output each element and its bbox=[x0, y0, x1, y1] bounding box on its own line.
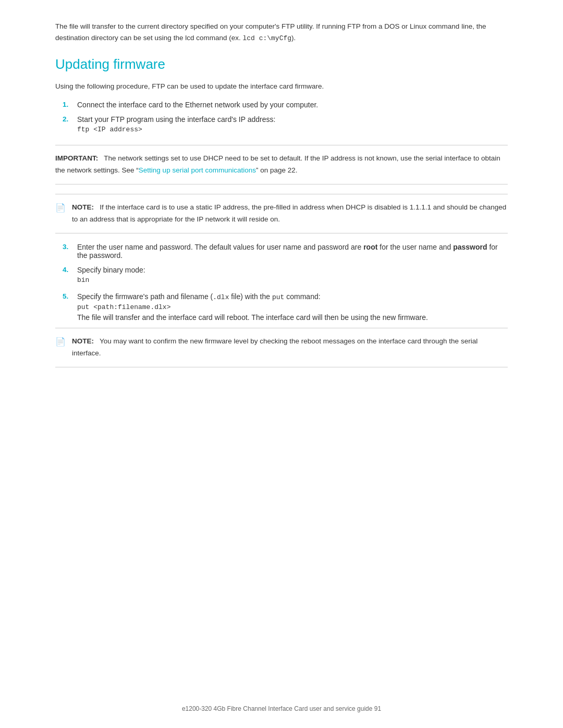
step-5-desc: The file will transfer and the interface… bbox=[77, 313, 428, 322]
footer: e1200-320 4Gb Fibre Channel Interface Ca… bbox=[0, 705, 563, 712]
step-1-number: 1. bbox=[63, 101, 77, 108]
important-box: IMPORTANT: The network settings set to u… bbox=[55, 145, 508, 184]
intro-paragraph: The file will transfer to the current di… bbox=[55, 21, 508, 44]
step-4-content: Specify binary mode: bin bbox=[77, 266, 508, 286]
step-1-content: Connect the interface card to the Ethern… bbox=[77, 101, 508, 109]
step-3-bold-password: password bbox=[453, 243, 487, 251]
step-2-code: ftp <IP address> bbox=[77, 126, 508, 133]
footer-text: e1200-320 4Gb Fibre Channel Interface Ca… bbox=[182, 705, 381, 712]
step-2-number: 2. bbox=[63, 115, 77, 123]
step-1: 1. Connect the interface card to the Eth… bbox=[63, 101, 508, 109]
steps-1-2: 1. Connect the interface card to the Eth… bbox=[63, 101, 508, 135]
step-5: 5. Specify the firmware's path and filen… bbox=[63, 292, 508, 322]
step-5-code-dlx: .dlx bbox=[213, 293, 229, 301]
note-2-content: NOTE: You may want to confirm the new fi… bbox=[72, 336, 508, 360]
step-5-code-put: put bbox=[272, 293, 284, 301]
note-1-box: 📄 NOTE: If the interface card is to use … bbox=[55, 194, 508, 233]
step-4-code: bin bbox=[77, 276, 508, 284]
section-title: Updating firmware bbox=[55, 56, 508, 72]
step-4: 4. Specify binary mode: bin bbox=[63, 266, 508, 286]
note-2-box: 📄 NOTE: You may want to confirm the new … bbox=[55, 328, 508, 367]
note-1-content: NOTE: If the interface card is to use a … bbox=[72, 202, 508, 226]
step-5-code-block: put <path:filename.dlx> bbox=[77, 303, 508, 311]
important-text: IMPORTANT: The network settings set to u… bbox=[55, 153, 508, 177]
intro-code: lcd c:\myCfg bbox=[242, 34, 291, 42]
step-3-bold-root: root bbox=[363, 243, 377, 251]
step-3-content: Enter the user name and password. The de… bbox=[77, 243, 508, 260]
page-container: The file will transfer to the current di… bbox=[0, 0, 563, 728]
steps-3-5: 3. Enter the user name and password. The… bbox=[63, 243, 508, 322]
important-link[interactable]: Setting up serial port communications bbox=[139, 166, 256, 174]
note-2-label: NOTE: bbox=[72, 337, 94, 345]
step-4-number: 4. bbox=[63, 266, 77, 274]
step-3: 3. Enter the user name and password. The… bbox=[63, 243, 508, 260]
step-2-content: Start your FTP program using the interfa… bbox=[77, 115, 508, 135]
note-2-icon: 📄 bbox=[55, 336, 68, 348]
note-1-icon: 📄 bbox=[55, 202, 68, 214]
step-3-number: 3. bbox=[63, 243, 77, 251]
important-label: IMPORTANT: bbox=[55, 154, 98, 162]
note-1-label: NOTE: bbox=[72, 203, 94, 211]
section-intro: Using the following procedure, FTP can b… bbox=[55, 81, 508, 92]
step-5-number: 5. bbox=[63, 292, 77, 300]
step-2: 2. Start your FTP program using the inte… bbox=[63, 115, 508, 135]
step-5-content: Specify the firmware's path and filename… bbox=[77, 292, 508, 322]
